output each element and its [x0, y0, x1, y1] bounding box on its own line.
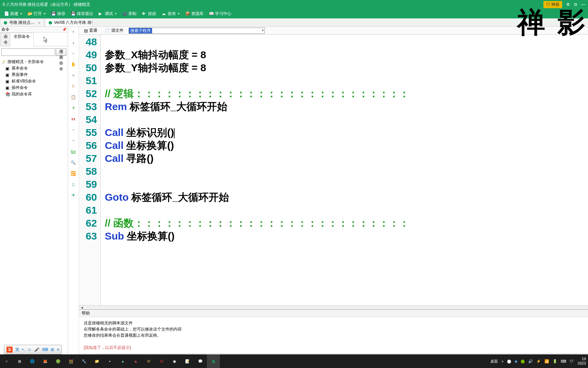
record-button[interactable]: 📹录制 — [120, 10, 138, 17]
goto-icon[interactable]: Go — [70, 149, 77, 155]
app-triangle2-icon[interactable]: ▲ — [129, 354, 142, 368]
undo-icon[interactable]: ↶ — [70, 127, 77, 133]
new-button[interactable]: 📄新建▾ — [2, 10, 24, 17]
app-triangle1-icon[interactable]: ▲ — [116, 354, 129, 368]
minimize-icon[interactable]: — — [581, 2, 585, 7]
vertical-toolbar: ↑ ↓ ✂ ✋ ⚒ ⎘ 📋 〃 xx ↶ ↷ Go 🔍 🔁 ▢ 👁 — [68, 27, 79, 354]
cut-icon[interactable]: ✂ — [70, 50, 77, 57]
ime-mic-icon[interactable]: 🎤 — [34, 347, 39, 352]
ime-menu-icon[interactable]: ≡ — [57, 347, 59, 352]
panel-tab-all[interactable]: 全部命令 — [10, 33, 34, 46]
tray-icon[interactable]: 🔊 — [527, 359, 534, 364]
window-icon: ▤ — [84, 28, 88, 33]
tray-desktop[interactable]: 桌面 — [489, 359, 499, 364]
tool-icon[interactable]: ⚒ — [70, 72, 77, 78]
tray-icon[interactable]: ⚡ — [535, 359, 542, 364]
ime-emoji-icon[interactable]: ☺ — [28, 347, 32, 352]
save-icon: 💾 — [51, 11, 56, 16]
tray-icon[interactable]: 🔋 — [552, 359, 558, 364]
ime-lang[interactable]: 英 — [15, 347, 19, 353]
resources-button[interactable]: 📦资源库 — [183, 10, 206, 17]
code-editor[interactable]: 48495051525354555657585960616263 参数_X轴抖动… — [79, 35, 588, 305]
tray-icon[interactable]: 📶 — [543, 359, 550, 364]
app-chrome-icon[interactable]: 🟢 — [52, 354, 65, 368]
help-panel: 帮助 这是按键精灵的脚本源文件 在理解各条命令的基础上，您可以修改这个文件的内容… — [79, 309, 588, 354]
redo-icon[interactable]: ↷ — [70, 138, 77, 144]
windows-taskbar: ○ ⊞ 🌐 🦊 🟢 🧮 🔧 📁 ▪ ▲ ▲ W W ◉ 📝 💬 ▦ 桌面 » ⬤… — [0, 354, 588, 368]
system-tray[interactable]: 桌面 » ⬤ ◆ ⬤ 🔊 ⚡ 📶 🔋 ⌨ 🛡 19 2023 — [489, 357, 588, 366]
panel-tabs: 命令 全部命令 — [0, 33, 68, 46]
hand-icon[interactable]: ✋ — [70, 61, 77, 67]
normal-view-button[interactable]: ▤普通 — [82, 27, 100, 34]
block-icon: ▣ — [5, 66, 10, 71]
tree-item[interactable]: ▣插件命令 — [1, 85, 66, 91]
tray-icon[interactable]: 🛡 — [569, 359, 574, 363]
down-icon[interactable]: ↓ — [70, 40, 77, 46]
capture-button[interactable]: ✥抓抓 — [140, 10, 158, 17]
task-view-icon[interactable]: ⊞ — [13, 354, 26, 368]
comment-icon[interactable]: 〃 — [70, 105, 77, 111]
tree-item[interactable]: ▣基本命令 — [1, 65, 66, 72]
app-browser-icon[interactable]: 🌐 — [26, 354, 39, 368]
tab-0[interactable]: 寻路 路径点…× — [0, 19, 44, 26]
tray-icon[interactable]: ⬤ — [520, 359, 526, 364]
settings-icon[interactable]: ⚙ — [566, 2, 570, 7]
tree-item[interactable]: ▣标准VBS命令 — [1, 78, 66, 85]
tray-expand-icon[interactable]: » — [500, 359, 504, 363]
pin-icon[interactable]: 📌 — [62, 28, 66, 31]
copy-icon[interactable]: ⎘ — [70, 83, 77, 89]
ime-punct[interactable]: •, — [22, 347, 25, 352]
app-terminal-icon[interactable]: ▪ — [103, 354, 116, 368]
app-w-icon[interactable]: W — [155, 354, 168, 368]
shield-badge[interactable]: 🛡 神盾 — [543, 1, 562, 8]
panel-tab-partial[interactable]: 命令 — [0, 33, 10, 46]
tree-item[interactable]: 📚我的命令库 — [1, 91, 66, 97]
window-title: 6 八方向寻路 路径点巡逻（命运方舟）-按键精灵 — [3, 2, 543, 7]
paste-icon[interactable]: 📋 — [70, 94, 77, 100]
tray-icon[interactable]: ◆ — [513, 359, 518, 364]
scroll-left-icon[interactable]: ◄ — [79, 305, 588, 309]
tab-1[interactable]: Ver06 八方向寻路 路径…× — [45, 19, 93, 26]
close-icon[interactable]: × — [38, 21, 40, 25]
save-button[interactable]: 💾保存 — [49, 10, 67, 17]
eye-icon[interactable]: 👁 — [70, 192, 77, 198]
search-command-button[interactable]: 搜索命令 — [56, 48, 66, 56]
app-tool-icon[interactable]: 🔧 — [78, 354, 91, 368]
block-icon: ▣ — [5, 86, 10, 90]
find-icon[interactable]: 🔍 — [70, 159, 77, 166]
app-explorer-icon[interactable]: 📁 — [91, 354, 103, 368]
debug-button[interactable]: ▶调试▾ — [97, 10, 119, 17]
dismiss-help-link[interactable]: [我知道了，以后不必提示] — [84, 344, 583, 351]
tray-icon[interactable]: ⬤ — [506, 359, 512, 364]
open-button[interactable]: 📂打开▾ — [26, 10, 48, 17]
ime-toolbar[interactable]: S 英 •, ☺ 🎤 ⌨ ⊞ ≡ — [4, 345, 62, 354]
app-editor-icon[interactable]: 📝 — [181, 354, 194, 368]
replace-icon[interactable]: 🔁 — [70, 170, 77, 177]
command-tree: 🪄按键精灵 - 全部命令 ▣基本命令 ▣界面事件 ▣标准VBS命令 ▣插件命令 … — [0, 58, 68, 98]
ime-keyboard-icon[interactable]: ⌨ — [42, 347, 48, 352]
restore-icon[interactable]: ⧉ — [574, 2, 577, 7]
app-wow-icon[interactable]: W — [142, 354, 155, 368]
block-icon: ▣ — [5, 79, 10, 84]
command-search-input[interactable] — [1, 48, 55, 56]
app-active-icon[interactable]: ▦ — [207, 354, 220, 368]
tree-item[interactable]: ▣界面事件 — [1, 72, 66, 78]
chevron-down-icon: ▾ — [262, 28, 264, 32]
up-icon[interactable]: ↑ — [70, 29, 77, 35]
help-header: 帮助 — [79, 310, 588, 317]
app-wechat-icon[interactable]: 💬 — [194, 354, 207, 368]
bookmark-icon[interactable]: ▢ — [70, 181, 77, 187]
source-view-button[interactable]: 📄源文件 — [102, 27, 126, 34]
tray-icon[interactable]: ⌨ — [560, 359, 567, 364]
sub-selector[interactable]: 搜索子程序 ▾ — [129, 28, 265, 34]
app-firefox-icon[interactable]: 🦊 — [39, 354, 52, 368]
publish-button[interactable]: ☁发布▾ — [160, 10, 182, 17]
tree-root[interactable]: 🪄按键精灵 - 全部命令 — [1, 59, 66, 65]
app-calc-icon[interactable]: 🧮 — [65, 354, 78, 368]
app-obs-icon[interactable]: ◉ — [168, 354, 181, 368]
save-exit-button[interactable]: 💾保存退出 — [69, 10, 95, 17]
uncomment-icon[interactable]: xx — [70, 116, 77, 122]
learn-button[interactable]: 📖学习中心 — [207, 10, 233, 17]
ime-grid-icon[interactable]: ⊞ — [51, 347, 54, 352]
start-button[interactable]: ○ — [0, 354, 13, 368]
